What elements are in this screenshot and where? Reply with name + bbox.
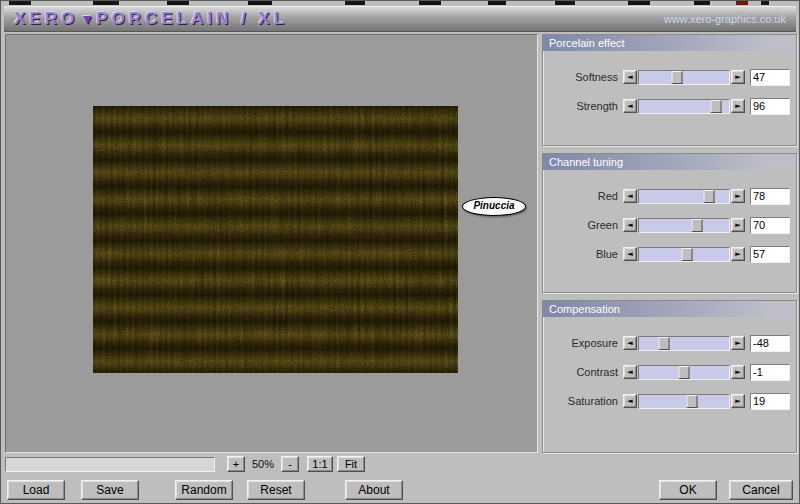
app-logo: XERO▼PORCELAIN / XL	[14, 9, 288, 29]
ok-button[interactable]: OK	[659, 480, 717, 500]
group-channel-tuning: Channel tuning Red ◄ ► Green ◄ ► B	[542, 153, 797, 293]
zoom-in-button[interactable]: +	[227, 456, 245, 472]
logo-xero: XERO	[14, 9, 78, 28]
slider-thumb[interactable]	[704, 190, 715, 203]
slider-increment-button[interactable]: ►	[731, 247, 745, 261]
slider-row-blue: Blue ◄ ►	[543, 246, 790, 262]
slider-increment-button[interactable]: ►	[731, 189, 745, 203]
slider-decrement-button[interactable]: ◄	[623, 70, 637, 84]
zoom-bar: + 50% - 1:1 Fit	[5, 455, 795, 473]
slider-track[interactable]	[638, 70, 730, 85]
slider-decrement-button[interactable]: ◄	[623, 247, 637, 261]
website-link[interactable]: www.xero-graphics.co.uk	[664, 13, 786, 25]
slider-thumb[interactable]	[681, 248, 692, 261]
slider-increment-button[interactable]: ►	[731, 394, 745, 408]
slider-decrement-button[interactable]: ◄	[623, 394, 637, 408]
group-title: Porcelain effect	[543, 35, 796, 51]
slider-value-input[interactable]	[750, 364, 790, 381]
slider-track[interactable]	[638, 365, 730, 380]
reset-button[interactable]: Reset	[247, 480, 305, 500]
slider-track[interactable]	[638, 247, 730, 262]
slider-row-contrast: Contrast ◄ ►	[543, 364, 790, 380]
slider-thumb[interactable]	[659, 337, 670, 350]
slider-thumb[interactable]	[679, 366, 690, 379]
slider-label: Blue	[556, 248, 618, 260]
render-progress-bar	[5, 457, 215, 472]
actual-size-button[interactable]: 1:1	[307, 456, 333, 472]
slider-value-input[interactable]	[750, 246, 790, 263]
slider-row-green: Green ◄ ►	[543, 217, 790, 233]
logo-check-icon: ▼	[80, 11, 94, 27]
plugin-window: XERO▼PORCELAIN / XL www.xero-graphics.co…	[0, 0, 800, 504]
slider-increment-button[interactable]: ►	[731, 70, 745, 84]
slider-row-red: Red ◄ ►	[543, 188, 790, 204]
fit-button[interactable]: Fit	[337, 456, 365, 472]
controls-panel: Porcelain effect Softness ◄ ► Strength ◄…	[542, 34, 797, 453]
signature-badge: Pinuccia	[462, 197, 526, 216]
slider-decrement-button[interactable]: ◄	[623, 336, 637, 350]
logo-porcelain-xl: PORCELAIN / XL	[96, 9, 288, 28]
texture-noise-overlay	[93, 106, 458, 373]
slider-label: Green	[556, 219, 618, 231]
slider-decrement-button[interactable]: ◄	[623, 365, 637, 379]
slider-decrement-button[interactable]: ◄	[623, 99, 637, 113]
preview-panel[interactable]: Pinuccia	[5, 34, 538, 453]
slider-value-input[interactable]	[750, 69, 790, 86]
group-title: Channel tuning	[543, 154, 796, 170]
slider-decrement-button[interactable]: ◄	[623, 218, 637, 232]
slider-label: Strength	[556, 100, 618, 112]
slider-value-input[interactable]	[750, 335, 790, 352]
group-porcelain-effect: Porcelain effect Softness ◄ ► Strength ◄…	[542, 34, 797, 146]
slider-row-strength: Strength ◄ ►	[543, 98, 790, 114]
slider-increment-button[interactable]: ►	[731, 336, 745, 350]
save-button[interactable]: Save	[81, 480, 139, 500]
slider-track[interactable]	[638, 218, 730, 233]
about-button[interactable]: About	[345, 480, 403, 500]
cancel-button[interactable]: Cancel	[729, 480, 793, 500]
slider-label: Red	[556, 190, 618, 202]
slider-label: Exposure	[556, 337, 618, 349]
slider-row-softness: Softness ◄ ►	[543, 69, 790, 85]
slider-value-input[interactable]	[750, 98, 790, 115]
slider-track[interactable]	[638, 189, 730, 204]
group-title: Compensation	[543, 301, 796, 317]
load-button[interactable]: Load	[7, 480, 65, 500]
slider-value-input[interactable]	[750, 393, 790, 410]
slider-thumb[interactable]	[691, 219, 702, 232]
slider-row-exposure: Exposure ◄ ►	[543, 335, 790, 351]
slider-label: Saturation	[556, 395, 618, 407]
zoom-out-button[interactable]: -	[281, 456, 299, 472]
header-bar: XERO▼PORCELAIN / XL www.xero-graphics.co…	[4, 6, 796, 32]
slider-increment-button[interactable]: ►	[731, 365, 745, 379]
slider-thumb[interactable]	[710, 100, 721, 113]
slider-label: Softness	[556, 71, 618, 83]
slider-decrement-button[interactable]: ◄	[623, 189, 637, 203]
preview-image[interactable]	[93, 106, 458, 373]
slider-thumb[interactable]	[687, 395, 698, 408]
zoom-level: 50%	[245, 458, 281, 470]
group-compensation: Compensation Exposure ◄ ► Contrast ◄ ►	[542, 300, 797, 453]
slider-label: Contrast	[556, 366, 618, 378]
random-button[interactable]: Random	[175, 480, 233, 500]
action-button-bar: Load Save Random Reset About OK Cancel	[5, 479, 795, 501]
slider-row-saturation: Saturation ◄ ►	[543, 393, 790, 409]
slider-track[interactable]	[638, 99, 730, 114]
slider-track[interactable]	[638, 336, 730, 351]
slider-value-input[interactable]	[750, 188, 790, 205]
slider-thumb[interactable]	[671, 71, 682, 84]
slider-track[interactable]	[638, 394, 730, 409]
slider-increment-button[interactable]: ►	[731, 218, 745, 232]
slider-increment-button[interactable]: ►	[731, 99, 745, 113]
slider-value-input[interactable]	[750, 217, 790, 234]
